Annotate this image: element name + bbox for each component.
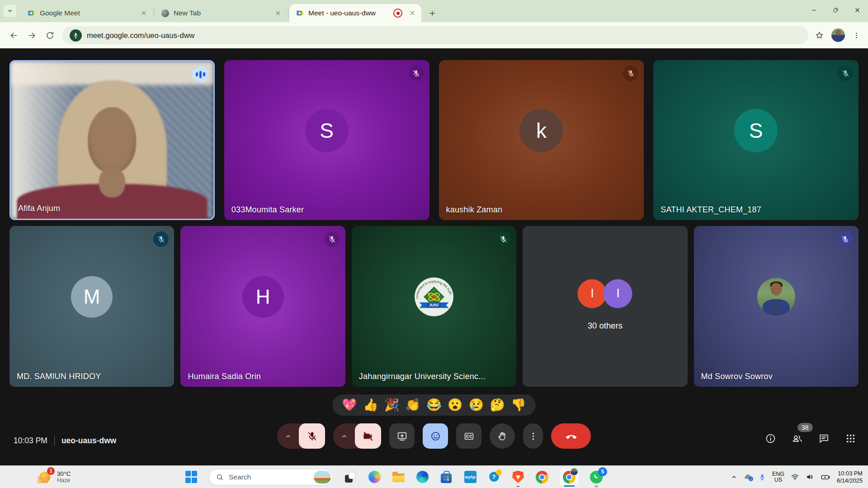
wifi-icon[interactable]	[791, 473, 799, 481]
volume-icon[interactable]	[806, 473, 814, 481]
tab-search-button[interactable]	[4, 5, 16, 17]
present-icon	[396, 431, 408, 442]
mic-in-use-icon[interactable]	[759, 474, 766, 481]
more-options-button[interactable]	[523, 423, 543, 449]
reaction-thumbs-down[interactable]: 👎	[511, 399, 526, 411]
avatar-letter: I	[590, 286, 594, 300]
reactions-bar: 💖 👍 🎉 👏 😂 😮 😢 🤔 👎	[332, 394, 535, 416]
store-icon	[441, 474, 452, 483]
battery-icon[interactable]	[821, 472, 830, 482]
chrome-button[interactable]	[535, 470, 549, 484]
tab-close-button[interactable]	[407, 8, 418, 19]
whatsapp-icon: 5	[590, 471, 603, 483]
tab-close-button[interactable]	[273, 8, 283, 19]
address-bar[interactable]: meet.google.com/ueo-uaus-dww	[62, 26, 808, 44]
tab-google-meet[interactable]: Google Meet	[21, 4, 153, 22]
participant-name: Humaira Sadia Orin	[188, 372, 261, 381]
tab-new-tab[interactable]: New Tab	[155, 4, 287, 22]
onedrive-icon[interactable]: i	[744, 473, 752, 481]
chevron-up-icon	[340, 432, 348, 440]
participant-tile[interactable]: M MD. SAMIUN HRIDOY	[9, 226, 174, 387]
present-button[interactable]	[389, 423, 415, 449]
forward-icon	[27, 31, 37, 40]
mic-off-icon	[623, 66, 638, 81]
others-tile[interactable]: I I 30 others	[523, 226, 687, 387]
tab-close-button[interactable]	[138, 8, 149, 19]
avatar-letter: I	[616, 286, 620, 300]
edge-button[interactable]	[415, 470, 429, 484]
mic-options-chevron[interactable]	[277, 423, 299, 449]
running-indicator	[595, 486, 598, 487]
minimize-button[interactable]	[803, 0, 825, 20]
participant-tile[interactable]: Md Sowrov Sowrov	[694, 226, 859, 387]
mic-permission-icon[interactable]	[70, 29, 82, 42]
avatar: I	[578, 279, 607, 308]
tab-meet-active[interactable]: Meet - ueo-uaus-dww	[289, 4, 421, 22]
new-tab-button[interactable]	[426, 7, 439, 19]
back-button[interactable]	[5, 27, 22, 43]
participant-name: 033Moumita Sarker	[231, 205, 304, 215]
camera-options-chevron[interactable]	[333, 423, 355, 449]
taskbar-search-box[interactable]: Search	[209, 469, 333, 485]
reload-button[interactable]	[42, 27, 58, 43]
participant-tile[interactable]: H Humaira Sadia Orin	[180, 226, 345, 387]
reaction-laugh[interactable]: 😂	[426, 399, 442, 411]
meeting-details-button[interactable]	[764, 432, 776, 444]
chrome-active-button[interactable]	[559, 468, 579, 486]
reload-icon	[45, 31, 55, 40]
leave-call-button[interactable]	[551, 423, 591, 449]
reaction-heart[interactable]: 💖	[342, 399, 357, 411]
participant-tile[interactable]: committed to exploring the truth JUSC Ja…	[352, 226, 516, 387]
close-window-button[interactable]	[846, 0, 868, 20]
browser-profile-avatar[interactable]	[831, 28, 845, 42]
start-button[interactable]	[184, 470, 198, 484]
reaction-party[interactable]: 🎉	[384, 399, 400, 411]
notification-badge: 1	[47, 467, 55, 475]
reaction-thumbs-up[interactable]: 👍	[363, 399, 378, 411]
tray-expand-button[interactable]	[731, 474, 737, 480]
store-button[interactable]	[439, 470, 453, 484]
browser-menu-button[interactable]	[852, 31, 861, 40]
camera-button[interactable]	[355, 423, 381, 449]
whatsapp-button[interactable]: 5	[590, 470, 603, 484]
chat-button[interactable]	[818, 432, 830, 444]
reactions-button[interactable]	[423, 423, 448, 449]
mute-button[interactable]	[299, 423, 325, 449]
file-explorer-button[interactable]	[392, 470, 405, 484]
copilot-button[interactable]	[368, 470, 381, 484]
reaction-cry[interactable]: 😢	[469, 399, 484, 411]
task-view-button[interactable]	[344, 470, 357, 484]
language-switcher[interactable]: ENG US	[772, 471, 784, 483]
captions-button[interactable]	[456, 423, 481, 449]
raise-hand-button[interactable]	[490, 423, 515, 449]
brave-button[interactable]	[511, 470, 525, 484]
participant-tile[interactable]: S SATHI AKTER_CHEM_187	[653, 60, 859, 220]
jusc-club-logo: committed to exploring the truth JUSC	[414, 277, 454, 317]
meet-favicon-icon	[27, 9, 35, 17]
reaction-thinking[interactable]: 🤔	[490, 399, 505, 411]
participant-tile[interactable]: S 033Moumita Sarker	[224, 60, 429, 220]
participant-tile-afifa[interactable]: Afifa Anjum	[9, 60, 215, 220]
participant-name: MD. SAMIUN HRIDOY	[17, 372, 101, 381]
activities-button[interactable]	[844, 432, 856, 444]
restore-button[interactable]	[825, 0, 846, 20]
hp-support-button[interactable]	[487, 470, 501, 484]
participant-tile[interactable]: k kaushik Zaman	[439, 60, 644, 220]
avatar: k	[519, 109, 563, 152]
participant-name: Afifa Anjum	[18, 204, 60, 213]
camera-off-icon	[363, 431, 374, 442]
search-icon	[216, 473, 224, 481]
weather-widget[interactable]: 1 30°C Haze	[37, 469, 71, 485]
avatar: I	[604, 279, 632, 308]
people-button[interactable]: 38	[791, 432, 803, 444]
meeting-code: ueo-uaus-dww	[61, 436, 117, 446]
avatar-letter: k	[536, 118, 547, 143]
forward-button[interactable]	[24, 27, 40, 43]
back-icon	[9, 31, 19, 40]
reaction-surprised[interactable]: 😮	[448, 399, 463, 411]
audio-activity-icon	[192, 66, 209, 83]
myhp-button[interactable]: myhp	[463, 470, 477, 484]
taskbar-clock[interactable]: 10:03 PM 6/14/2025	[837, 470, 863, 484]
bookmark-star-button[interactable]	[815, 31, 824, 40]
reaction-clap[interactable]: 👏	[405, 399, 420, 411]
